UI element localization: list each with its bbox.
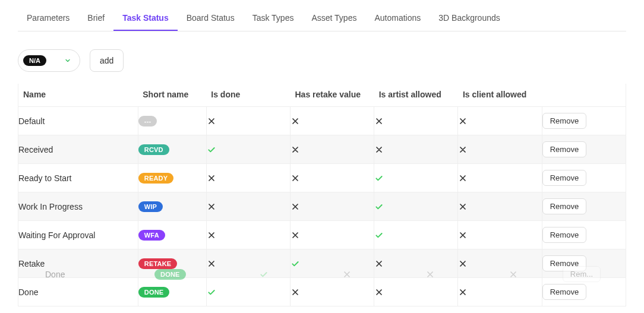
col-artist: Is artist allowed <box>374 84 458 107</box>
remove-button[interactable]: Remove <box>542 198 586 214</box>
status-badge: RETAKE <box>138 258 178 269</box>
row-short: RCVD <box>138 135 206 164</box>
col-done: Is done <box>206 84 290 107</box>
check-icon <box>374 173 384 183</box>
row-name: Done <box>18 278 138 306</box>
row-retake <box>291 192 374 221</box>
status-badge: WIP <box>138 201 163 212</box>
row-artist <box>374 278 458 306</box>
cross-icon <box>291 173 300 183</box>
row-actions: Remove <box>542 249 626 278</box>
check-icon <box>374 202 384 211</box>
cross-icon <box>458 287 468 297</box>
tab-task-status[interactable]: Task Status <box>113 6 178 31</box>
cross-icon <box>458 116 468 126</box>
status-table: Name Short name Is done Has retake value… <box>18 84 626 306</box>
row-done <box>206 135 290 164</box>
row-client <box>458 221 542 249</box>
row-done <box>206 221 290 249</box>
row-retake <box>291 107 374 135</box>
chevron-down-icon <box>64 57 71 64</box>
status-badge: DONE <box>138 287 170 298</box>
row-client <box>458 278 542 306</box>
row-actions: Remove <box>542 107 626 135</box>
col-actions <box>542 84 626 107</box>
check-icon <box>207 145 216 154</box>
table-wrap: Name Short name Is done Has retake value… <box>18 84 626 306</box>
tab-3d-backgrounds[interactable]: 3D Backgrounds <box>430 6 509 31</box>
row-name: Ready to Start <box>18 164 138 192</box>
table-row[interactable]: Ready to StartREADYRemove <box>18 164 626 192</box>
remove-button[interactable]: Remove <box>542 113 586 129</box>
row-client <box>458 192 542 221</box>
tab-parameters[interactable]: Parameters <box>18 6 78 31</box>
cross-icon <box>374 145 384 154</box>
cross-icon <box>207 259 216 268</box>
cross-icon <box>458 230 468 240</box>
row-retake <box>291 278 374 306</box>
row-client <box>458 164 542 192</box>
table-row[interactable]: ReceivedRCVDRemove <box>18 135 626 164</box>
tab-board-status[interactable]: Board Status <box>178 6 244 31</box>
row-artist <box>374 192 458 221</box>
cross-icon <box>374 287 384 297</box>
status-badge: RCVD <box>138 144 169 155</box>
col-name: Name <box>18 84 138 107</box>
row-done <box>206 107 290 135</box>
table-row[interactable]: Waiting For ApprovalWFARemove <box>18 221 626 249</box>
row-actions: Remove <box>542 221 626 249</box>
row-artist <box>374 221 458 249</box>
row-short: READY <box>138 164 206 192</box>
row-name: Retake <box>18 249 138 278</box>
row-client <box>458 135 542 164</box>
status-tbody: Default---RemoveReceivedRCVDRemoveReady … <box>18 107 626 306</box>
cross-icon <box>207 202 216 211</box>
col-retake: Has retake value <box>291 84 374 107</box>
cross-icon <box>207 230 216 240</box>
row-retake <box>291 249 374 278</box>
remove-button[interactable]: Remove <box>542 141 586 157</box>
remove-button[interactable]: Remove <box>542 284 586 300</box>
check-icon <box>374 230 384 240</box>
row-artist <box>374 135 458 164</box>
tab-automations[interactable]: Automations <box>365 6 430 31</box>
remove-button[interactable]: Remove <box>542 170 586 186</box>
cross-icon <box>458 173 468 183</box>
tab-task-types[interactable]: Task Types <box>244 6 303 31</box>
tab-asset-types[interactable]: Asset Types <box>302 6 365 31</box>
table-row[interactable]: DoneDONERemove <box>18 278 626 306</box>
row-actions: Remove <box>542 164 626 192</box>
row-retake <box>291 164 374 192</box>
tab-brief[interactable]: Brief <box>78 6 113 31</box>
row-artist <box>374 164 458 192</box>
remove-button[interactable]: Remove <box>542 227 586 243</box>
cross-icon <box>291 202 300 211</box>
row-name: Work In Progress <box>18 192 138 221</box>
cross-icon <box>291 230 300 240</box>
table-row[interactable]: Default---Remove <box>18 107 626 135</box>
row-short: DONE <box>138 278 206 306</box>
remove-button[interactable]: Remove <box>542 255 586 271</box>
cross-icon <box>458 259 468 268</box>
row-short: --- <box>138 107 206 135</box>
cross-icon <box>291 116 300 126</box>
add-button[interactable]: add <box>90 49 124 72</box>
table-row[interactable]: Work In ProgressWIPRemove <box>18 192 626 221</box>
row-actions: Remove <box>542 278 626 306</box>
row-retake <box>291 221 374 249</box>
status-badge: READY <box>138 173 174 184</box>
status-select[interactable]: N/A <box>18 49 80 72</box>
row-client <box>458 249 542 278</box>
row-actions: Remove <box>542 192 626 221</box>
cross-icon <box>291 145 300 154</box>
row-short: WFA <box>138 221 206 249</box>
table-row[interactable]: RetakeRETAKERemove <box>18 249 626 278</box>
check-icon <box>291 259 300 268</box>
status-select-value: N/A <box>23 55 46 66</box>
cross-icon <box>291 287 300 297</box>
cross-icon <box>458 202 468 211</box>
col-short: Short name <box>138 84 206 107</box>
toolbar: N/A add <box>18 49 626 72</box>
row-actions: Remove <box>542 135 626 164</box>
col-client: Is client allowed <box>458 84 542 107</box>
